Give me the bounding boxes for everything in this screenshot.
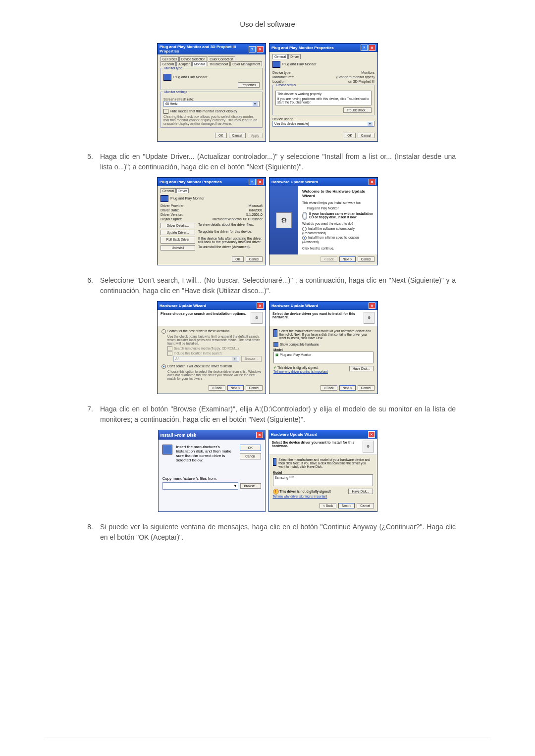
tab-driver[interactable]: Driver: [176, 188, 189, 193]
list-item[interactable]: Plug and Play Monitor: [280, 353, 312, 356]
cancel-button[interactable]: Cancel: [229, 133, 246, 138]
ok-button[interactable]: OK: [232, 256, 243, 262]
troubleshoot-button[interactable]: Troubleshoot...: [343, 107, 372, 113]
path-combobox[interactable]: ▾: [162, 482, 239, 490]
close-icon[interactable]: ✕: [256, 432, 263, 438]
tab-color-management[interactable]: Color Management: [230, 61, 262, 66]
help-icon[interactable]: ?: [361, 45, 368, 51]
tab-driver[interactable]: Driver: [288, 54, 301, 59]
update-driver-button[interactable]: Update Driver...: [160, 230, 195, 235]
not-signed-label: This driver is not digitally signed!: [279, 490, 331, 493]
back-button[interactable]: < Back: [320, 503, 336, 508]
have-disk-button[interactable]: Have Disk...: [348, 489, 373, 494]
close-icon[interactable]: ✕: [257, 179, 264, 185]
floppy-icon: [162, 445, 172, 454]
provider-label: Driver Provider:: [160, 204, 185, 207]
row-step6-screens: Hardware Update Wizard ✕ Please choose y…: [79, 301, 456, 394]
next-button[interactable]: Next >: [339, 385, 356, 391]
close-icon[interactable]: ✕: [369, 45, 375, 51]
cancel-button[interactable]: Cancel: [240, 453, 261, 459]
chk-compatible[interactable]: [273, 342, 278, 347]
properties-button[interactable]: Properties: [238, 82, 260, 88]
location-value: on 3D Prophet III: [348, 80, 374, 83]
floppy-icon: [273, 458, 277, 466]
footer-divider: [45, 738, 490, 738]
dialog-pnp-monitor-properties: Plug and Play Monitor Properties ? ✕ Gen…: [269, 43, 378, 142]
model-listbox[interactable]: Samsung ****: [273, 474, 373, 486]
device-type-label: Device type:: [272, 71, 292, 74]
close-icon[interactable]: ✕: [257, 302, 264, 309]
floppy-icon: [273, 329, 277, 337]
list-item[interactable]: Samsung ****: [275, 476, 294, 479]
hardware-icon: ⚙: [364, 312, 374, 324]
dialog-wizard-select-driver: Hardware Update Wizard ✕ Select the devi…: [269, 301, 378, 394]
tab-color-correction[interactable]: Color Correction: [208, 56, 235, 61]
cancel-button[interactable]: Cancel: [358, 133, 374, 138]
hide-modes-checkbox[interactable]: [163, 109, 168, 114]
path-dropdown: A:\▾: [173, 356, 239, 362]
help-icon[interactable]: ?: [249, 179, 256, 185]
dialog-driver-tab: Plug and Play Monitor Properties ?✕ Gene…: [157, 177, 266, 265]
back-button[interactable]: < Back: [321, 385, 337, 391]
tab-general[interactable]: General: [160, 61, 176, 66]
tab-adapter[interactable]: Adapter: [176, 61, 192, 66]
step-6-text: 6. Seleccione "Don't search, I will... (…: [79, 275, 456, 296]
refresh-rate-dropdown[interactable]: 60 Hertz ▾: [163, 101, 260, 107]
tab-geforce3[interactable]: GeForce3: [160, 56, 179, 61]
model-listbox[interactable]: ▣ Plug and Play Monitor: [273, 352, 374, 363]
back-button[interactable]: < Back: [209, 385, 225, 391]
help-icon[interactable]: ?: [249, 46, 256, 52]
ok-button[interactable]: OK: [344, 133, 355, 138]
radio-search[interactable]: [161, 329, 166, 334]
cancel-button[interactable]: Cancel: [246, 385, 263, 391]
browse-button[interactable]: Browse...: [240, 483, 261, 489]
tab-monitor[interactable]: Monitor: [192, 61, 207, 66]
driver-details-button[interactable]: Driver Details...: [160, 223, 195, 228]
step-5-text: 5. Haga clic en "Update Driver... (Actua…: [79, 151, 456, 172]
device-name: Plug and Play Monitor: [170, 197, 204, 200]
manufacturer-value: (Standard monitor types): [336, 75, 374, 79]
radio-auto[interactable]: [302, 227, 307, 231]
close-icon[interactable]: ✕: [369, 302, 375, 309]
close-icon[interactable]: ✕: [368, 431, 375, 438]
tab-general[interactable]: General: [160, 188, 176, 193]
cancel-button[interactable]: Cancel: [358, 256, 374, 262]
tab-general[interactable]: General: [272, 54, 288, 59]
radio-dont-search[interactable]: [161, 364, 166, 369]
have-disk-button[interactable]: Have Disk...: [349, 366, 374, 371]
chk-removable-media: [167, 346, 172, 351]
monitor-icon: [272, 61, 280, 68]
hardware-icon: ⚙: [363, 441, 374, 453]
close-icon[interactable]: ✕: [369, 179, 375, 185]
hardware-icon: ⚙: [251, 312, 263, 324]
cd-icon: [302, 212, 307, 220]
radio-list[interactable]: [302, 236, 307, 240]
cancel-button[interactable]: Cancel: [357, 503, 374, 508]
page-title: Uso del software: [0, 20, 535, 28]
cancel-button[interactable]: Cancel: [358, 385, 374, 391]
signing-info-link[interactable]: Tell me why driver signing is important: [273, 495, 331, 498]
next-button[interactable]: Next >: [227, 385, 244, 391]
signing-info-link[interactable]: Tell me why driver signing is important: [273, 370, 328, 373]
chevron-down-icon: ▾: [253, 102, 258, 106]
next-button[interactable]: Next >: [338, 503, 355, 508]
cancel-button[interactable]: Cancel: [246, 256, 263, 262]
dialog-title: Plug and Play Monitor and 3D Prophet III…: [160, 45, 249, 53]
device-usage-dropdown[interactable]: Use this device (enable) ▾: [272, 121, 374, 127]
ok-button[interactable]: OK: [215, 133, 226, 138]
rollback-driver-button[interactable]: Roll Back Driver: [160, 237, 195, 244]
uninstall-button[interactable]: Uninstall: [160, 245, 195, 251]
device-status-text: This device is working properly. If you …: [275, 91, 372, 105]
ok-button[interactable]: OK: [240, 445, 261, 451]
tab-device-selection[interactable]: Device Selection: [179, 56, 207, 61]
tab-troubleshoot[interactable]: Troubleshoot: [208, 61, 230, 66]
next-button[interactable]: Next >: [339, 256, 356, 262]
model-column-header: Model: [273, 348, 374, 352]
dialog-hardware-update-wizard-welcome: Hardware Update Wizard ✕ ⚙ Welcome to th…: [269, 177, 378, 265]
manufacturer-label: Manufacturer:: [272, 75, 294, 79]
step-8-text: 8. Si puede ver la siguiente ventana de …: [79, 522, 456, 543]
dialog-title: Hardware Update Wizard: [160, 303, 206, 308]
close-icon[interactable]: ✕: [257, 46, 264, 52]
chk-removable-label: Search removable media (floppy, CD-ROM..…: [174, 347, 239, 350]
monitor-name: Plug and Play Monitor: [173, 75, 207, 79]
